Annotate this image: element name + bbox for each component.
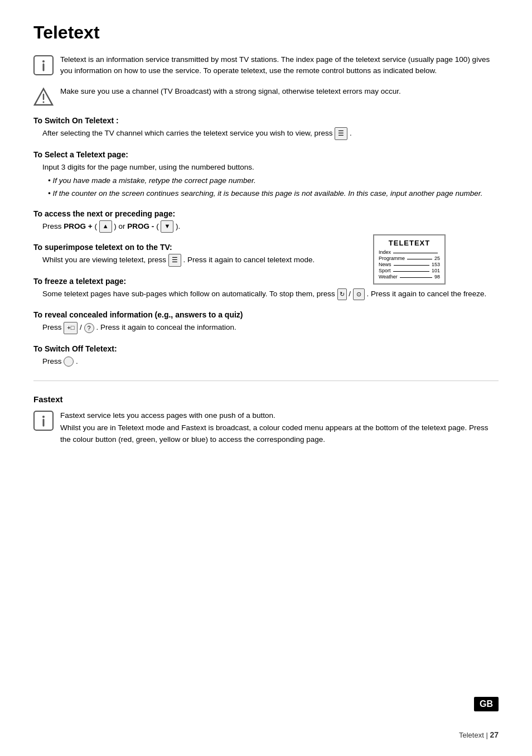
fastext-text-1: Fastext service lets you access pages wi…: [60, 410, 499, 422]
svg-point-7: [42, 416, 45, 418]
section-switch-off: To Switch Off Teletext: Press .: [33, 344, 499, 368]
section-title-next-preceding: To access the next or preceding page:: [33, 209, 499, 218]
info-text: Teletext is an information service trans…: [60, 54, 499, 77]
freeze-btn-2: ⊙: [353, 288, 365, 301]
switch-off-btn: [64, 357, 74, 367]
tt-row-news: News 153: [379, 262, 440, 267]
superimpose-text-1: Whilst you are viewing teletext, press: [42, 256, 168, 264]
section-title-reveal: To reveal concealed information (e.g., a…: [33, 310, 499, 319]
reveal-btn-2: ?: [84, 323, 94, 333]
section-divider: [33, 381, 499, 381]
select-page-bullets: If you have made a mistake, retype the c…: [48, 175, 499, 199]
switch-on-suffix: .: [350, 129, 352, 137]
press-label: Press: [42, 222, 64, 230]
svg-point-5: [43, 101, 45, 103]
info-box: Teletext is an information service trans…: [33, 54, 499, 77]
prog-up-icon: ▲: [99, 220, 112, 233]
fastext-text-2: Whilst you are in Teletext mode and Fast…: [60, 422, 499, 446]
bullet-1: If you have made a mistake, retype the c…: [48, 175, 499, 186]
section-title-switch-on: To Switch On Teletext :: [33, 116, 499, 125]
fastext-section: Fastext Fastext service lets you access …: [33, 394, 499, 446]
section-next-preceding: To access the next or preceding page: Pr…: [33, 209, 499, 233]
footer-page-label: Teletext: [459, 731, 484, 739]
svg-point-1: [42, 60, 45, 62]
freeze-btn-1: ↻: [337, 288, 347, 301]
info-icon: [33, 55, 54, 75]
superimpose-btn-icon: ☰: [168, 254, 181, 267]
teletext-button-icon: ☰: [335, 127, 347, 140]
prog-plus-label: PROG +: [64, 222, 92, 230]
warning-box: Make sure you use a channel (TV Broadcas…: [33, 86, 499, 107]
tt-row-programme: Programme 25: [379, 256, 440, 261]
gb-badge: GB: [474, 697, 499, 711]
warning-icon: [33, 87, 54, 107]
freeze-text-1: Some teletext pages have sub-pages which…: [42, 290, 337, 298]
section-switch-on: To Switch On Teletext : After selecting …: [33, 116, 499, 140]
warning-text: Make sure you use a channel (TV Broadcas…: [60, 86, 401, 97]
fastext-title: Fastext: [33, 394, 499, 404]
tt-row-weather: Weather 98: [379, 274, 440, 280]
tt-row-sport: Sport 101: [379, 268, 440, 273]
fastext-content: Fastext service lets you access pages wi…: [33, 410, 499, 446]
section-title-select-page: To Select a Teletext page:: [33, 150, 499, 159]
tt-header: TELETEXT: [379, 239, 440, 247]
superimpose-text-2: . Press it again to cancel teletext mode…: [183, 256, 315, 264]
prog-minus-close: ).: [176, 222, 180, 230]
reveal-press: Press: [42, 323, 64, 331]
prog-minus-paren: (: [156, 222, 159, 230]
reveal-slash: /: [80, 323, 84, 331]
select-page-text: Input 3 digits for the page number, usin…: [42, 161, 499, 174]
bullet-2: If the counter on the screen continues s…: [48, 188, 499, 199]
section-body-switch-off: Press .: [42, 355, 499, 368]
prog-minus-label: PROG -: [127, 222, 154, 230]
section-title-switch-off: To Switch Off Teletext:: [33, 344, 499, 353]
switch-on-text: After selecting the TV channel which car…: [42, 129, 335, 137]
tt-row-index: Index: [379, 249, 440, 255]
prog-down-icon: ▼: [161, 220, 173, 233]
reveal-text: . Press it again to conceal the informat…: [96, 323, 236, 331]
reveal-btn-1: +□: [64, 322, 78, 334]
fastext-text-block: Fastext service lets you access pages wi…: [60, 410, 499, 446]
section-body-select-page: Input 3 digits for the page number, usin…: [42, 161, 499, 199]
freeze-text-2: . Press it again to cancel the freeze.: [367, 290, 487, 298]
section-body-freeze: Some teletext pages have sub-pages which…: [42, 288, 499, 300]
section-select-page: To Select a Teletext page: Input 3 digit…: [33, 150, 499, 199]
switch-off-dot: .: [76, 357, 78, 365]
section-body-switch-on: After selecting the TV channel which car…: [42, 127, 499, 140]
page-title: Teletext: [33, 22, 499, 43]
prog-plus-paren: (: [94, 222, 97, 230]
page-footer: Teletext | 27: [459, 730, 499, 739]
section-body-reveal: Press +□ / ? . Press it again to conceal…: [42, 321, 499, 334]
page-number: 27: [490, 730, 499, 739]
switch-off-press: Press: [42, 357, 64, 365]
section-body-next-preceding: Press PROG + ( ▲ ) or PROG - ( ▼ ).: [42, 220, 499, 233]
prog-plus-close: ) or: [114, 222, 127, 230]
fastext-info-icon: [33, 411, 54, 431]
freeze-slash: /: [349, 290, 353, 298]
section-reveal: To reveal concealed information (e.g., a…: [33, 310, 499, 334]
